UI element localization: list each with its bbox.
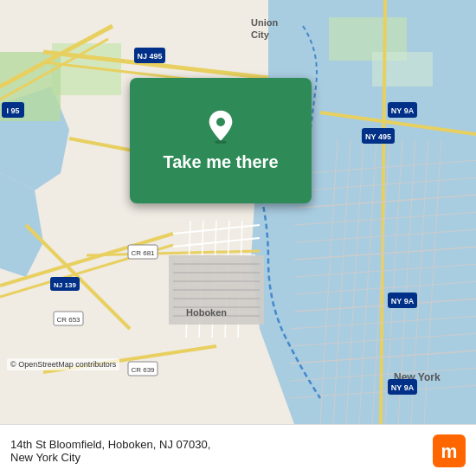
svg-text:I 95: I 95 bbox=[6, 106, 19, 115]
svg-text:Hoboken: Hoboken bbox=[186, 307, 227, 318]
osm-credit: © OpenStreetMap contributors bbox=[7, 358, 119, 370]
svg-text:Union: Union bbox=[251, 17, 278, 28]
address-text: 14th St Bloomfield, Hoboken, NJ 07030, bbox=[10, 438, 210, 451]
bottom-bar: 14th St Bloomfield, Hoboken, NJ 07030, N… bbox=[0, 424, 476, 476]
map-container: Union City Hoboken New York I 95 NJ 495 … bbox=[0, 0, 476, 424]
city-text: New York City bbox=[10, 451, 210, 464]
svg-text:NY 9A: NY 9A bbox=[391, 106, 415, 115]
svg-text:NJ 495: NJ 495 bbox=[137, 52, 162, 61]
address-section: 14th St Bloomfield, Hoboken, NJ 07030, N… bbox=[10, 438, 210, 464]
take-me-card[interactable]: Take me there bbox=[130, 78, 312, 203]
svg-text:CR 653: CR 653 bbox=[56, 316, 80, 324]
location-pin-icon bbox=[203, 109, 238, 144]
svg-text:CR 681: CR 681 bbox=[131, 249, 155, 257]
take-me-label: Take me there bbox=[163, 152, 278, 172]
svg-text:City: City bbox=[251, 29, 270, 40]
svg-text:NY 9A: NY 9A bbox=[391, 383, 415, 392]
moovit-logo: m bbox=[433, 434, 466, 467]
svg-text:NJ 139: NJ 139 bbox=[54, 281, 76, 289]
svg-rect-8 bbox=[372, 52, 433, 87]
svg-text:m: m bbox=[441, 441, 458, 462]
svg-point-91 bbox=[216, 118, 225, 126]
svg-text:NY 495: NY 495 bbox=[365, 132, 391, 141]
moovit-icon: m bbox=[433, 434, 466, 467]
svg-text:NY 9A: NY 9A bbox=[391, 297, 415, 306]
svg-text:CR 639: CR 639 bbox=[131, 366, 155, 374]
